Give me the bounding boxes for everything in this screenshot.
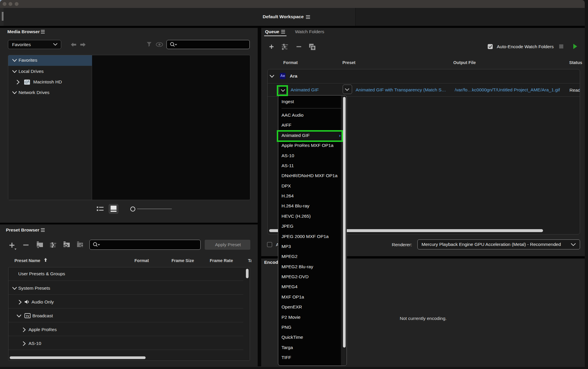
svg-text:TV: TV [26,315,29,318]
